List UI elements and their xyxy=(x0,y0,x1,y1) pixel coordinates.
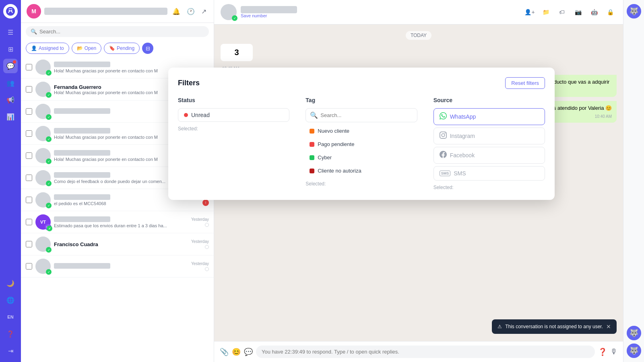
conv-name-blurred xyxy=(54,263,110,269)
contact-info: Save number xyxy=(241,6,519,18)
menu-icon[interactable]: ☰ xyxy=(3,25,18,39)
camera-icon[interactable]: 📷 xyxy=(572,6,584,19)
assigned-to-tab[interactable]: 👤 Assigned to xyxy=(26,43,69,54)
panel-header: M 🔔 🕐 ↗ xyxy=(21,0,214,23)
whatsapp-icon: ✓ xyxy=(46,203,52,208)
whatsapp-icon: ✓ xyxy=(46,158,52,164)
avatar: ✓ xyxy=(35,148,51,163)
language-icon[interactable]: EN xyxy=(3,310,18,324)
right-icon-1[interactable]: 🐺 xyxy=(627,4,641,19)
app-logo[interactable] xyxy=(3,4,18,19)
list-item[interactable]: VT VT ✓ Estimado pasa que los envios dur… xyxy=(21,211,214,233)
instagram-source-icon xyxy=(440,132,447,140)
right-icon-3[interactable]: 🐺 xyxy=(627,343,641,358)
source-facebook[interactable]: Facebook xyxy=(433,147,545,164)
tag-pago-pendiente[interactable]: Pago pendiente xyxy=(305,138,417,150)
conv-checkbox[interactable] xyxy=(26,152,32,159)
tag-search-input[interactable] xyxy=(320,112,413,118)
bot-icon[interactable]: 🤖 xyxy=(588,6,601,19)
tag-search-wrap[interactable]: 🔍 xyxy=(305,108,417,122)
conv-checkbox[interactable] xyxy=(26,130,32,137)
avatar: ✓ xyxy=(35,104,51,119)
pending-tab[interactable]: 🔖 Pending xyxy=(104,43,140,54)
reset-filters-button[interactable]: Reset filters xyxy=(505,77,545,89)
person-icon: 👤 xyxy=(31,45,37,51)
emoji-icon[interactable]: 😊 xyxy=(232,348,241,356)
tag-cliente-no-autoriza[interactable]: Cliente no autoriza xyxy=(305,165,417,177)
workspace-name-blur xyxy=(44,8,167,15)
tag-icon: 🔖 xyxy=(109,45,115,51)
analytics-icon[interactable]: 📊 xyxy=(3,109,18,124)
tag-selected-label: Selected: xyxy=(305,181,417,187)
list-item[interactable]: ✓ Francisco Cuadra Yesterday xyxy=(21,233,214,255)
source-sms[interactable]: SMS SMS xyxy=(433,166,545,181)
whatsapp-icon: ✓ xyxy=(46,114,52,120)
share-icon[interactable]: ↗ xyxy=(200,6,208,17)
tag-icon[interactable]: 🏷 xyxy=(555,6,568,19)
avatar: ✓ xyxy=(35,82,51,97)
right-icon-2[interactable]: 🐺 xyxy=(627,326,641,340)
conv-name-blurred xyxy=(54,150,110,156)
conv-checkbox[interactable] xyxy=(26,108,32,115)
conv-checkbox[interactable] xyxy=(26,241,32,247)
conv-checkbox[interactable] xyxy=(26,86,32,93)
folder-icon: 📂 xyxy=(77,45,83,51)
conv-checkbox[interactable] xyxy=(26,197,32,203)
source-whatsapp[interactable]: WhatsApp xyxy=(433,108,545,125)
tag-cyber[interactable]: Cyber xyxy=(305,151,417,164)
logout-icon[interactable]: ⇥ xyxy=(3,343,18,358)
attach-icon[interactable]: 📎 xyxy=(220,348,229,356)
source-instagram[interactable]: Instagram xyxy=(433,128,545,144)
tag-nuevo-cliente[interactable]: Nuevo cliente xyxy=(305,125,417,137)
conv-checkbox[interactable] xyxy=(26,219,32,225)
conv-meta: Yesterday xyxy=(191,261,209,271)
folder-icon[interactable]: 📁 xyxy=(539,6,552,19)
tag-dot xyxy=(310,129,314,134)
globe-icon[interactable]: 🌐 xyxy=(3,293,18,307)
chat-header: ✓ Save number 👤+ 📁 🏷 📷 🤖 🔒 xyxy=(214,0,623,25)
whatsapp-badge: ✓ xyxy=(232,15,237,21)
conv-checkbox[interactable] xyxy=(26,64,32,70)
avatar: ✓ xyxy=(35,60,51,75)
unread-label: Unread xyxy=(191,112,210,118)
message-input[interactable] xyxy=(256,346,595,358)
close-banner-button[interactable]: ✕ xyxy=(606,323,611,330)
conv-checkbox[interactable] xyxy=(26,263,32,269)
conv-content: Francisco Cuadra xyxy=(54,241,188,247)
filter-button[interactable]: ⊟ xyxy=(142,43,153,54)
help-icon[interactable]: ❓ xyxy=(3,327,18,341)
conv-name-blurred xyxy=(54,62,110,67)
clock-icon[interactable]: 🕐 xyxy=(185,6,196,17)
facebook-source-icon xyxy=(440,151,447,160)
whatsapp-icon: ✓ xyxy=(46,92,52,98)
chat-icon[interactable]: 💬 xyxy=(3,59,18,73)
search-wrap[interactable]: 🔍 xyxy=(26,26,209,37)
list-item[interactable]: ✓ Yesterday xyxy=(21,255,214,278)
read-dot xyxy=(205,223,209,227)
message-number: 3 xyxy=(221,44,253,61)
source-title: Source xyxy=(433,97,545,103)
lock-icon[interactable]: 🔒 xyxy=(604,6,617,19)
today-label: TODAY xyxy=(406,31,431,40)
chat-mode-icon[interactable]: 💬 xyxy=(244,348,253,356)
search-input[interactable] xyxy=(39,29,204,35)
search-icon: 🔍 xyxy=(31,29,37,35)
contacts-icon[interactable]: 👥 xyxy=(3,76,18,90)
conv-checkbox[interactable] xyxy=(26,175,32,181)
save-number-link[interactable]: Save number xyxy=(241,13,519,18)
tag-dot xyxy=(310,169,314,173)
header-icons: 🔔 🕐 ↗ xyxy=(171,6,208,17)
open-tab[interactable]: 📂 Open xyxy=(72,43,101,54)
search-icon: 🔍 xyxy=(310,111,318,119)
right-sidebar: 🐺 🐺 🐺 xyxy=(623,0,644,362)
add-person-icon[interactable]: 👤+ xyxy=(523,6,536,19)
moon-icon[interactable]: 🌙 xyxy=(3,276,18,290)
conv-preview: Estimado pasa que los envios duran entre… xyxy=(54,223,188,228)
bell-icon[interactable]: 🔔 xyxy=(171,6,182,17)
broadcast-icon[interactable]: 📢 xyxy=(3,93,18,107)
help-icon[interactable]: ❓ xyxy=(598,348,607,356)
conv-content: Estimado pasa que los envios duran entre… xyxy=(54,216,188,228)
mic-icon[interactable]: 🎙 xyxy=(610,348,617,356)
unread-status-option[interactable]: Unread xyxy=(178,108,289,122)
grid-icon[interactable]: ⊞ xyxy=(3,42,18,56)
